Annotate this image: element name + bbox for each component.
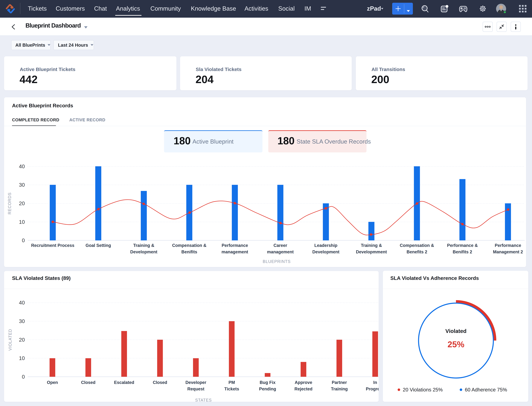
svg-text:LeadershipDevelopment: LeadershipDevelopment	[312, 243, 339, 254]
svg-text:10: 10	[19, 355, 25, 361]
svg-text:DeveloperRequest: DeveloperRequest	[185, 380, 206, 391]
svg-text:ApproveRejected: ApproveRejected	[294, 380, 312, 391]
svg-text:PerformanceManagement 2: PerformanceManagement 2	[493, 243, 523, 254]
svg-text:20 Violations 25%: 20 Violations 25%	[403, 387, 443, 392]
svg-text:0: 0	[22, 374, 25, 380]
svg-text:Violated: Violated	[445, 328, 467, 334]
svg-text:Performancemanagement: Performancemanagement	[222, 243, 248, 254]
svg-text:Compensation &Benifits: Compensation &Benifits	[172, 243, 206, 254]
svg-text:Recruitment Process: Recruitment Process	[31, 243, 74, 248]
svg-text:Bug FixPending: Bug FixPending	[259, 380, 276, 391]
svg-text:60 Adherence 75%: 60 Adherence 75%	[465, 387, 507, 392]
svg-text:Careermanagement: Careermanagement	[267, 243, 294, 254]
svg-text:RECORDS: RECORDS	[7, 192, 12, 214]
svg-text:30: 30	[19, 318, 25, 324]
svg-text:20: 20	[19, 200, 25, 206]
svg-text:Closed: Closed	[81, 380, 96, 385]
svg-text:InProgress: InProgress	[366, 380, 379, 391]
svg-text:20: 20	[19, 337, 25, 343]
svg-text:30: 30	[19, 182, 25, 188]
svg-text:25%: 25%	[448, 340, 464, 349]
svg-text:BLUEPRINTS: BLUEPRINTS	[263, 259, 291, 264]
svg-text:STATES: STATES	[195, 398, 212, 402]
svg-text:Training &Developmment: Training &Developmment	[356, 243, 387, 254]
svg-text:Goal Setting: Goal Setting	[86, 243, 111, 248]
svg-text:Open: Open	[47, 380, 58, 385]
svg-text:Closed: Closed	[153, 380, 167, 385]
svg-text:0: 0	[22, 237, 25, 243]
svg-text:VIOLATED: VIOLATED	[8, 329, 13, 351]
svg-text:PartnerTraining: PartnerTraining	[331, 380, 348, 391]
svg-text:Performance &Benifits 2: Performance &Benifits 2	[447, 243, 478, 254]
svg-text:40: 40	[19, 163, 25, 169]
svg-text:Compensation &Benefits 2: Compensation &Benefits 2	[400, 243, 434, 254]
svg-text:40: 40	[19, 300, 25, 306]
svg-text:Training &Development: Training &Development	[130, 243, 157, 254]
svg-text:Escalated: Escalated	[114, 380, 134, 385]
svg-text:PMTickets: PMTickets	[224, 380, 239, 391]
svg-text:10: 10	[19, 219, 25, 225]
